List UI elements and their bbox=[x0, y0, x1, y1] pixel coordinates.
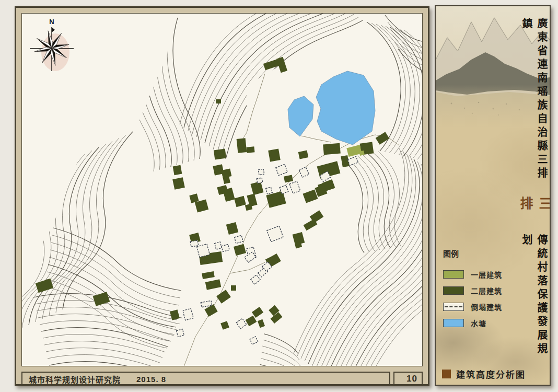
legend-label: 倒塌建筑 bbox=[471, 302, 502, 312]
collapsed-swatch bbox=[443, 303, 464, 311]
collapsed-building bbox=[215, 242, 222, 249]
legend-title: 图例 bbox=[443, 248, 502, 259]
institute-name: 城市科学规划设计研究院 bbox=[29, 374, 121, 385]
collapsed-building bbox=[347, 156, 358, 165]
legend-item-light: 一层建筑 bbox=[443, 269, 502, 280]
caption-bullet-icon bbox=[442, 370, 451, 378]
map-caption: 建筑高度分析图 bbox=[442, 367, 526, 381]
two-story-building bbox=[234, 196, 246, 207]
title-region: 廣東省連南瑶族自治縣三排鎮 bbox=[519, 18, 550, 193]
two-story-building bbox=[214, 149, 226, 160]
collapsed-building bbox=[258, 169, 264, 175]
two-story-building bbox=[173, 165, 182, 175]
two-story-building bbox=[172, 177, 185, 190]
legend-label: 一层建筑 bbox=[471, 269, 502, 280]
page-number-box: 10 bbox=[393, 372, 423, 386]
page: N 城市科学规划设计研究院 2015. 8 10 bbox=[0, 0, 558, 392]
map-panel: N 城市科学规划设计研究院 2015. 8 10 bbox=[15, 6, 429, 386]
legend-label: 二层建筑 bbox=[471, 285, 502, 296]
two-story-building bbox=[36, 279, 53, 293]
two-story-building bbox=[268, 148, 281, 162]
dark-swatch bbox=[443, 286, 464, 295]
legend-item-collapsed: 倒塌建筑 bbox=[443, 302, 502, 312]
page-number: 10 bbox=[406, 374, 417, 384]
two-story-building bbox=[216, 99, 221, 103]
north-label: N bbox=[49, 18, 54, 26]
two-story-building bbox=[323, 143, 341, 155]
village-map: N bbox=[21, 13, 423, 366]
light-swatch bbox=[443, 270, 464, 279]
plan-title-vertical: 廣東省連南瑶族自治縣三排鎮 三排 傳統村落保護發展規划 bbox=[524, 18, 545, 369]
two-story-building bbox=[376, 132, 390, 144]
title-village-highlight: 三排 bbox=[516, 197, 551, 231]
caption-label: 建筑高度分析图 bbox=[456, 367, 526, 381]
map-drawing: N bbox=[22, 14, 423, 366]
legend-item-dark: 二层建筑 bbox=[443, 285, 502, 296]
sidebar: 廣東省連南瑶族自治縣三排鎮 三排 傳統村落保護發展規划 图例 一层建筑二层建筑倒… bbox=[435, 5, 551, 386]
two-story-building bbox=[223, 188, 235, 202]
two-story-building bbox=[250, 181, 263, 195]
two-story-building bbox=[93, 292, 110, 306]
footer-bar: 城市科学规划设计研究院 2015. 8 bbox=[21, 372, 390, 386]
two-story-building bbox=[237, 138, 247, 153]
legend-item-pond: 水塘 bbox=[443, 318, 502, 328]
collapsed-building bbox=[257, 178, 262, 183]
legend: 图例 一层建筑二层建筑倒塌建筑水塘 bbox=[443, 248, 502, 334]
date-label: 2015. 8 bbox=[136, 375, 166, 384]
collapsed-building bbox=[190, 240, 199, 247]
two-story-building bbox=[246, 146, 254, 153]
collapsed-building bbox=[222, 245, 229, 252]
legend-label: 水塘 bbox=[471, 318, 486, 328]
two-story-building bbox=[231, 285, 236, 291]
pond-swatch bbox=[443, 319, 464, 327]
title-plan-type: 傳統村落保護發展規划 bbox=[519, 234, 550, 369]
